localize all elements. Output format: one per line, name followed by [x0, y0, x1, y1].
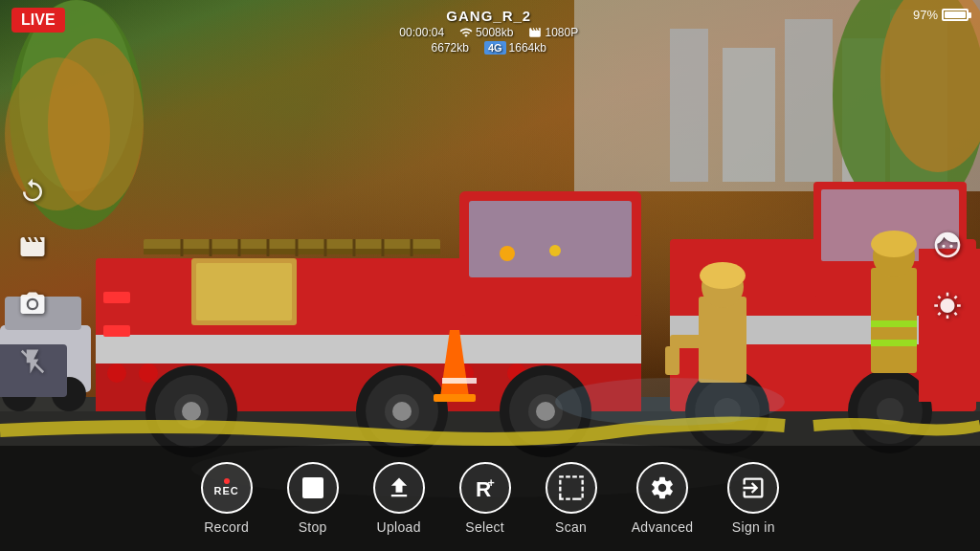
wifi-stat: 5008kb [459, 26, 513, 39]
wifi-value: 5008kb [476, 26, 513, 39]
scan-button[interactable]: Scan [528, 462, 614, 535]
svg-text:+: + [487, 476, 494, 490]
wifi-icon [459, 26, 473, 39]
advanced-label: Advanced [632, 519, 694, 535]
upload-icon [386, 474, 412, 501]
signin-icon-circle [727, 462, 779, 514]
lte-speed: 1664kb [509, 41, 546, 55]
record-label: Record [204, 519, 249, 535]
scan-label: Scan [555, 519, 587, 535]
time-value: 00:00:04 [399, 26, 444, 39]
scan-icon-circle [546, 462, 597, 514]
lte-stat: 4G 1664kb [484, 41, 546, 55]
live-badge[interactable]: LIVE [11, 8, 65, 33]
lte-badge: 4G [484, 41, 506, 55]
stop-square [302, 477, 323, 498]
center-info: GANG_R_2 00:00:04 5008kb 1080P [399, 8, 578, 55]
record-icon-circle: REC [201, 462, 253, 514]
select-label: Select [465, 519, 504, 535]
photo-button[interactable] [15, 287, 50, 321]
face-detection-button[interactable] [930, 228, 965, 262]
stop-label: Stop [299, 519, 327, 535]
resolution-value: 1080P [545, 26, 578, 39]
battery-fill [945, 11, 966, 18]
battery-bar [942, 9, 969, 21]
data-stat: 6672kb [432, 41, 469, 55]
upload-icon-circle [373, 462, 425, 514]
resolution-icon [528, 26, 542, 39]
stop-button[interactable]: Stop [270, 462, 356, 535]
advanced-button[interactable]: Advanced [614, 462, 711, 535]
device-name: GANG_R_2 [399, 8, 578, 24]
film-mode-button[interactable] [15, 230, 50, 264]
left-icons [15, 172, 50, 379]
stats-row-2: 6672kb 4G 1664kb [399, 41, 578, 55]
gear-icon [649, 474, 676, 501]
signin-label: Sign in [732, 519, 775, 535]
battery-percent: 97% [913, 8, 938, 22]
select-icon: R + [471, 474, 500, 502]
stats-row: 00:00:04 5008kb 1080P [399, 26, 578, 39]
time-stat: 00:00:04 [399, 26, 444, 39]
brightness-button[interactable] [930, 289, 965, 323]
resolution-stat: 1080P [528, 26, 578, 39]
top-overlay: LIVE GANG_R_2 00:00:04 5008kb 1080P [0, 0, 980, 62]
right-icons [930, 228, 965, 323]
battery-area: 97% [913, 8, 969, 22]
record-button[interactable]: REC Record [184, 462, 270, 535]
rec-dot [224, 478, 230, 484]
signin-button[interactable]: Sign in [710, 462, 796, 535]
select-icon-circle: R + [459, 462, 511, 514]
camera-rotate-button[interactable] [15, 172, 50, 207]
svg-point-83 [29, 300, 36, 308]
scan-icon [558, 474, 585, 501]
upload-button[interactable]: Upload [356, 462, 442, 535]
stop-icon-circle [287, 462, 339, 514]
flash-button[interactable] [15, 344, 50, 379]
data-value: 6672kb [432, 41, 469, 55]
advanced-icon-circle [636, 462, 688, 514]
bottom-toolbar: REC Record Stop Upload R + Select [0, 446, 980, 551]
rec-text: REC [214, 485, 239, 496]
upload-label: Upload [377, 519, 421, 535]
signin-icon [740, 474, 767, 501]
select-button[interactable]: R + Select [442, 462, 528, 535]
